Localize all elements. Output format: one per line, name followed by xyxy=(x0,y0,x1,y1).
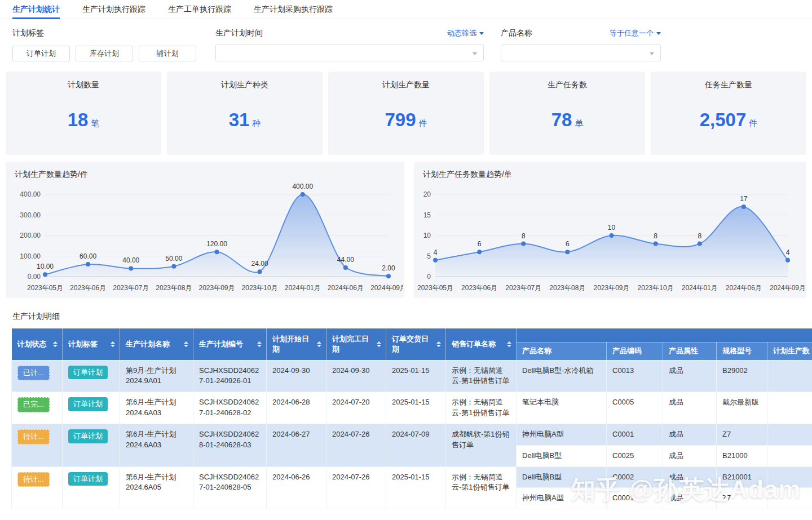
tab[interactable]: 生产计划执行跟踪 xyxy=(82,0,145,19)
product-header-group xyxy=(517,328,812,342)
svg-text:2023年10月: 2023年10月 xyxy=(638,284,674,292)
svg-text:0.00: 0.00 xyxy=(28,273,41,281)
delivery-date-cell: 2024-07-09 xyxy=(386,424,446,466)
sort-up-icon xyxy=(111,341,115,344)
stat-unit: 件 xyxy=(749,118,757,128)
start-date-cell: 2024-06-26 xyxy=(267,466,326,509)
stat-number: 78单 xyxy=(489,109,645,131)
svg-text:10: 10 xyxy=(423,232,431,239)
product-attr-cell: 成品 xyxy=(663,488,717,509)
chart-title: 计划生产任务数量趋势/单 xyxy=(414,162,806,180)
stat-title: 计划数量 xyxy=(6,80,161,90)
column-header[interactable]: 订单交货日期 xyxy=(386,328,446,360)
chevron-down-icon xyxy=(650,52,654,55)
tabbar: 生产计划统计生产计划执行跟踪生产工单执行跟踪生产计划采购执行跟踪 xyxy=(0,0,812,19)
column-header[interactable]: 生产计划名称 xyxy=(120,328,193,360)
production-plan-dashboard: 生产计划统计生产计划执行跟踪生产工单执行跟踪生产计划采购执行跟踪 计划标签 订单… xyxy=(0,0,812,520)
sort-icon xyxy=(257,341,262,347)
table-row: 待计...订单计划第6月-生产计划 2024.6A03SCJHXSDD24062… xyxy=(12,424,812,445)
stat-unit: 笔 xyxy=(91,118,99,128)
column-header-label: 计划完工日期 xyxy=(332,334,373,354)
tab[interactable]: 生产计划采购执行跟踪 xyxy=(254,0,333,19)
column-header-label: 订单交货日期 xyxy=(392,334,433,354)
sort-down-icon xyxy=(257,345,262,347)
stat-number: 799件 xyxy=(328,109,484,131)
svg-text:300.00: 300.00 xyxy=(20,211,41,219)
stat-card: 生产任务数78单 xyxy=(489,72,645,155)
svg-text:10.00: 10.00 xyxy=(37,263,54,270)
stat-title: 任务生产数量 xyxy=(651,80,806,90)
tab[interactable]: 生产工单执行跟踪 xyxy=(168,0,231,19)
delivery-date-cell: 2025-01-15 xyxy=(386,466,446,509)
column-header-label: 计划标签 xyxy=(68,339,98,349)
product-code-cell: C0025 xyxy=(607,445,663,466)
svg-text:120.00: 120.00 xyxy=(206,240,227,248)
svg-text:2024年01月: 2024年01月 xyxy=(285,284,321,292)
tab[interactable]: 生产计划统计 xyxy=(12,0,60,19)
product-name-label: 产品名称 xyxy=(501,28,532,38)
status-badge: 已完... xyxy=(17,397,50,412)
svg-text:44.00: 44.00 xyxy=(337,256,354,264)
column-header[interactable]: 销售订单名称 xyxy=(446,328,517,360)
status-badge: 已计... xyxy=(17,366,50,381)
stat-title: 计划生产数量 xyxy=(328,80,484,90)
sort-icon xyxy=(436,341,441,347)
filter-bar: 计划标签 订单计划库存计划辅计划 生产计划时间 动态筛选 产品名称 等于任意一个 xyxy=(0,19,812,61)
svg-text:2023年08月: 2023年08月 xyxy=(549,284,585,292)
finish-date-cell: 2024-07-26 xyxy=(326,466,386,509)
plan-tag-filter: 计划标签 订单计划库存计划辅计划 xyxy=(12,28,215,61)
plan-time-filter: 生产计划时间 动态筛选 xyxy=(215,28,484,61)
plan-name-cell: 第6月-生产计划 2024.6A03 xyxy=(120,392,193,424)
product-name-cell: Dell电脑B型 xyxy=(517,466,607,488)
product-attr-cell: 成品 xyxy=(663,445,717,466)
product-column-header: 产品编码 xyxy=(607,342,663,360)
chevron-down-icon xyxy=(473,52,477,55)
column-header[interactable]: 生产计划编号 xyxy=(193,328,267,360)
spec-model-cell: B29002 xyxy=(717,360,767,392)
svg-text:2024年09月: 2024年09月 xyxy=(770,284,805,292)
plan-time-select[interactable] xyxy=(215,45,484,61)
plan-tag-cell: 订单计划 xyxy=(63,392,120,424)
svg-text:2023年08月: 2023年08月 xyxy=(156,284,192,292)
tab-label: 生产计划统计 xyxy=(12,5,60,15)
svg-text:10: 10 xyxy=(608,224,616,232)
plan-tag-button[interactable]: 库存计划 xyxy=(76,46,133,61)
column-header-label: 生产计划名称 xyxy=(126,339,170,349)
sort-up-icon xyxy=(317,341,321,344)
status-cell: 已完... xyxy=(12,392,63,424)
sort-icon xyxy=(377,341,381,347)
plan-tag-badge: 订单计划 xyxy=(68,472,108,486)
product-name-mode-dropdown[interactable]: 等于任意一个 xyxy=(610,28,661,38)
plan-qty-cell xyxy=(767,424,812,445)
plan-detail-table: 计划状态计划标签生产计划名称生产计划编号计划开始日期计划完工日期订单交货日期销售… xyxy=(11,328,812,509)
svg-text:4: 4 xyxy=(786,248,790,256)
sort-icon xyxy=(317,341,321,347)
product-name-select[interactable] xyxy=(501,45,661,61)
stat-value: 18 xyxy=(68,109,89,130)
product-column-header: 产品名称 xyxy=(517,342,607,360)
plan-tag-button[interactable]: 订单计划 xyxy=(12,46,70,61)
sort-up-icon xyxy=(257,341,262,344)
plan-qty-cell xyxy=(767,360,812,392)
status-cell: 待计... xyxy=(12,466,63,509)
plan-tag-button[interactable]: 辅计划 xyxy=(139,46,196,61)
stat-unit: 种 xyxy=(252,118,261,128)
status-cell: 待计... xyxy=(12,424,63,466)
column-header[interactable]: 计划状态 xyxy=(12,328,63,360)
column-header[interactable]: 计划完工日期 xyxy=(326,328,386,360)
spec-model-cell: B210001 xyxy=(717,466,767,488)
column-header[interactable]: 计划开始日期 xyxy=(267,328,326,360)
sort-down-icon xyxy=(184,345,188,347)
plan-time-mode-dropdown[interactable]: 动态筛选 xyxy=(447,28,484,38)
product-column-header: 规格型号 xyxy=(717,342,767,360)
svg-text:2023年05月: 2023年05月 xyxy=(27,284,63,292)
plan-qty-cell xyxy=(767,466,812,488)
product-column-header: 计划生产数 xyxy=(767,342,812,360)
plan-no-cell: SCJHXSDD240627-01-240926-01 xyxy=(193,360,267,392)
table-row: 已计...订单计划第9月-生产计划 2024.9A01SCJHXSDD24062… xyxy=(12,360,812,392)
plan-qty-cell xyxy=(767,392,812,424)
column-header[interactable]: 计划标签 xyxy=(63,328,120,360)
product-attr-cell: 成品 xyxy=(663,360,717,392)
chart-card-tasks: 计划生产任务数量趋势/单 051015202023年05月2023年06月202… xyxy=(414,162,806,298)
delivery-date-cell: 2025-01-15 xyxy=(386,360,446,392)
